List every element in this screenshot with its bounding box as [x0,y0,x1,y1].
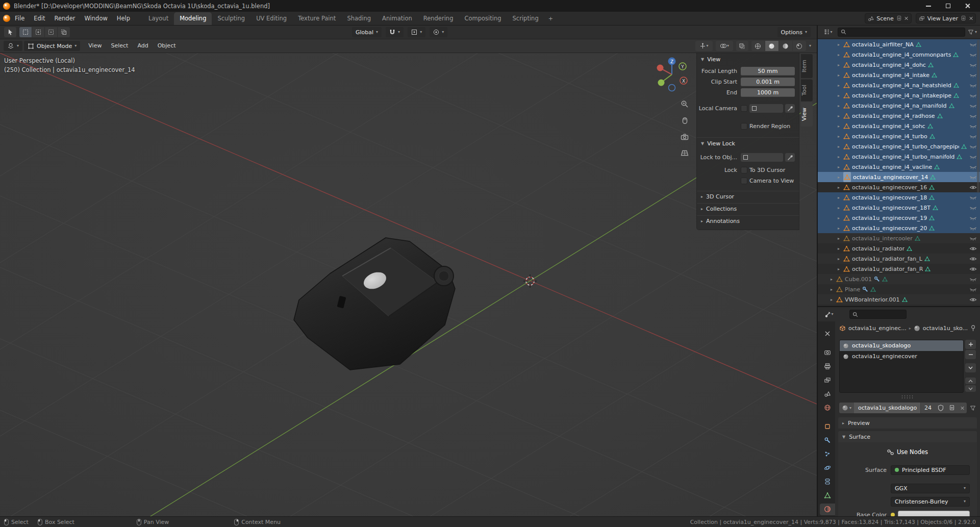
properties-tab-physics[interactable] [820,462,835,474]
shading-rendered-button[interactable] [793,41,806,51]
expand-toggle-icon[interactable]: ▸ [829,277,834,282]
outliner-item-octavia1u-radiator-fan-l[interactable]: ▸octavia1u_radiator_fan_L [818,254,980,264]
workspace-tab-modeling[interactable]: Modeling [174,12,212,25]
object-name[interactable]: octavia1u_engine_i4_turbo [852,133,927,140]
focal-length-field[interactable]: 50 mm [741,67,795,76]
select-mode-subtract-button[interactable] [45,27,57,37]
outliner-item-octavia1u-enginecover-19[interactable]: ▸octavia1u_enginecover_19 [818,213,980,223]
visibility-toggle[interactable] [969,134,977,139]
expand-toggle-icon[interactable]: ▸ [836,267,841,271]
sidebar-tab-view[interactable]: View [801,102,813,127]
workspace-tab-texture-paint[interactable]: Texture Paint [292,12,341,25]
use-nodes-button[interactable]: Use Nodes [842,446,973,458]
viewport-menu-object[interactable]: Object [153,39,181,53]
clip-start-field[interactable]: 0.001 m [741,78,795,86]
outliner-item-vwborainterior-001[interactable]: ▸VWBoraInterior.001 [818,294,980,305]
visibility-toggle[interactable] [969,236,977,241]
properties-tab-object[interactable] [820,420,835,432]
distribution-dropdown[interactable]: GGX▾ [891,484,970,493]
visibility-toggle[interactable] [969,174,977,180]
lock-to-object-eyedropper-button[interactable] [785,153,795,162]
menu-edit[interactable]: Edit [29,12,49,25]
unlink-scene-icon[interactable] [904,16,909,20]
visibility-toggle[interactable] [969,93,977,98]
viewport-canvas[interactable]: Z Y X [0,53,817,516]
editor-type-selector[interactable]: ▾ [4,41,22,51]
visibility-toggle[interactable] [969,297,977,303]
object-name[interactable]: octavia1u_engine_i4_na_intakepipe [852,92,951,99]
expand-toggle-icon[interactable]: ▸ [836,195,841,200]
outliner-item-octavia1u-engine-i4-turbo-chargepipe[interactable]: ▸octavia1u_engine_i4_turbo_chargepipe [818,141,980,152]
properties-tab-render[interactable] [820,346,835,358]
object-name[interactable]: octavia1u_engine_i4_na_heatshield [852,82,951,89]
visibility-toggle[interactable] [969,277,977,282]
properties-tab-particles[interactable] [820,448,835,460]
fake-user-button[interactable] [935,403,946,413]
scene-selector[interactable]: Scene [865,13,912,23]
lock-to-object-field[interactable] [741,153,783,162]
outliner-item-octavia1u-intercooler[interactable]: ▸octavia1u_intercooler [818,233,980,243]
outliner-item-octavia1u-enginecover-18[interactable]: ▸octavia1u_enginecover_18 [818,192,980,203]
remove-view-layer-icon[interactable] [969,16,973,20]
object-name[interactable]: octavia1u_enginecover_16 [852,184,927,191]
surface-panel-header[interactable]: ▼Surface [838,431,977,442]
toggle-perspective-button[interactable] [679,147,691,159]
outliner-item-octavia1u-engine-i4-na-intakepipe[interactable]: ▸octavia1u_engine_i4_na_intakepipe [818,90,980,101]
pan-button[interactable] [679,114,691,127]
outliner-scrollbar[interactable] [977,40,979,193]
visibility-toggle[interactable] [969,72,977,78]
outliner-filter-button[interactable]: ▾ [968,29,977,35]
unlink-material-button[interactable] [958,403,967,413]
workspace-tab-shading[interactable]: Shading [341,12,376,25]
preview-panel-header[interactable]: ▸Preview [838,417,977,429]
outliner-item-octavia1u-engine-i4-sohc[interactable]: ▸octavia1u_engine_i4_sohc [818,121,980,131]
mode-dropdown[interactable]: Object Mode▾ [24,41,80,51]
workspace-tab-scripting[interactable]: Scripting [507,12,544,25]
properties-tab-material[interactable] [820,504,835,515]
material-users-count[interactable]: 24 [920,403,935,413]
object-name[interactable]: Cube.001 [845,276,872,283]
expand-toggle-icon[interactable]: ▸ [836,175,841,180]
panel-3d-cursor-header[interactable]: ▸3D Cursor [697,191,799,202]
surface-shader-dropdown[interactable]: Principled BSDF [891,465,970,475]
visibility-toggle[interactable] [969,185,977,190]
shading-wireframe-button[interactable] [751,41,765,51]
properties-tab-constraints[interactable] [820,476,835,488]
zoom-button[interactable] [679,98,691,110]
outliner-item-octavia1u-engine-i4-na-manifold[interactable]: ▸octavia1u_engine_i4_na_manifold [818,101,980,111]
outliner-item-octavia1u-engine-i4-intake[interactable]: ▸octavia1u_engine_i4_intake [818,70,980,80]
visibility-toggle[interactable] [969,164,977,170]
list-resize-grip[interactable] [901,395,914,398]
camera-view-button[interactable] [679,131,691,143]
expand-toggle-icon[interactable]: ▸ [836,246,841,251]
outliner-item-octavia1u-engine-i4-radhose[interactable]: ▸octavia1u_engine_i4_radhose [818,111,980,121]
object-name[interactable]: octavia1u_airfilter_NA [852,41,914,48]
object-name[interactable]: octavia1u_engine_i4_vacline [852,164,932,170]
viewport-menu-view[interactable]: View [84,39,106,53]
visibility-toggle[interactable] [969,205,977,211]
object-name[interactable]: octavia1u_enginecover_18 [852,194,927,201]
view-panel-header[interactable]: ▼View [697,53,799,65]
minimize-button[interactable] [919,0,938,12]
outliner-item-octavia1u-engine-i4-na-heatshield[interactable]: ▸octavia1u_engine_i4_na_heatshield [818,80,980,90]
properties-tab-object-data[interactable] [820,490,835,501]
show-gizmo-dropdown[interactable]: ▾ [695,41,713,51]
visibility-toggle[interactable] [969,225,977,231]
outliner-item-octavia1u-radiator[interactable]: ▸octavia1u_radiator [818,243,980,254]
object-name[interactable]: VWBoraInterior.001 [845,296,900,303]
outliner-item-octavia1u-enginecover-18t[interactable]: ▸octavia1u_enginecover_18T [818,203,980,213]
expand-toggle-icon[interactable]: ▸ [836,42,841,47]
sidebar-tab-tool[interactable]: Tool [801,79,813,101]
visibility-toggle[interactable] [969,52,977,58]
outliner-item-octavia1u-enginecover-20[interactable]: ▸octavia1u_enginecover_20 [818,223,980,233]
active-tool-button[interactable] [4,27,16,37]
object-name[interactable]: octavia1u_engine_i4_turbo_chargepipe [852,143,959,150]
menu-help[interactable]: Help [112,12,135,25]
outliner-item-plane[interactable]: ▸Plane [818,284,980,294]
material-slot-octavia1u-enginecover[interactable]: octavia1u_enginecover [840,351,963,362]
proportional-editing-toggle[interactable]: ▾ [430,27,447,37]
expand-toggle-icon[interactable]: ▸ [836,206,841,210]
view-lock-panel-header[interactable]: ▼View Lock [697,137,799,149]
snap-target-dropdown[interactable]: ▾ [408,27,425,37]
object-name[interactable]: octavia1u_radiator [852,245,904,252]
